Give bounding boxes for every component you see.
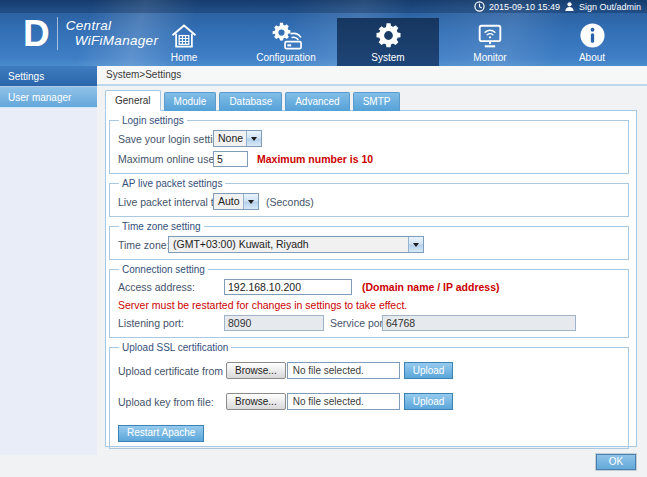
listening-port-label: Listening port: — [118, 317, 224, 329]
configuration-icon — [270, 20, 302, 51]
signout-link[interactable]: Sign Out/admin — [579, 2, 641, 12]
tab-label: General — [115, 95, 151, 106]
system-gear-icon — [375, 20, 402, 51]
access-address-label: Access address: — [118, 281, 224, 293]
home-icon — [170, 20, 198, 51]
app-header: 2015-09-10 15:49 Sign Out/admin D Centra… — [0, 0, 647, 66]
restart-warning-text: Server must be restarted for changes in … — [118, 299, 620, 311]
main-nav: Home Configuration System — [133, 18, 643, 66]
ap-live-packet-legend: AP live packet settings — [119, 178, 225, 189]
connection-setting-fieldset: Connection setting Access address: (Doma… — [109, 264, 629, 338]
topbar: 2015-09-10 15:49 Sign Out/admin — [0, 0, 647, 13]
interval-unit: (Seconds) — [266, 196, 314, 208]
certificate-browse-button[interactable]: Browse... — [226, 362, 286, 379]
sidebar: Settings User manager — [0, 66, 97, 455]
interval-label: Live packet interval time: — [118, 196, 213, 208]
dropdown-arrow-icon[interactable] — [246, 131, 261, 146]
nav-item-monitor[interactable]: Monitor — [439, 18, 541, 66]
service-port-input[interactable] — [382, 315, 576, 331]
max-users-note: Maximum number is 10 — [257, 153, 373, 165]
save-login-selected-value: None — [214, 131, 246, 146]
sidebar-item-label: User manager — [8, 92, 71, 103]
logo-divider — [57, 17, 58, 50]
nav-label: Home — [171, 52, 198, 63]
ssl-upload-fieldset: Upload SSL certification Upload certific… — [109, 342, 629, 449]
nav-label: About — [579, 52, 605, 63]
dropdown-arrow-icon[interactable] — [243, 194, 258, 209]
ssl-upload-legend: Upload SSL certification — [119, 342, 231, 353]
dropdown-arrow-icon[interactable] — [408, 237, 423, 252]
max-users-label: Maximum online users: — [118, 153, 213, 165]
monitor-icon — [475, 20, 505, 51]
tab-label: SMTP — [363, 96, 391, 107]
nav-label: Configuration — [256, 52, 315, 63]
tab-module[interactable]: Module — [164, 92, 217, 111]
restart-apache-button[interactable]: Restart Apache — [118, 425, 204, 442]
sidebar-item-user-manager[interactable]: User manager — [0, 87, 97, 108]
nav-item-configuration[interactable]: Configuration — [235, 18, 337, 66]
login-settings-fieldset: Login settings Save your login settings:… — [109, 115, 629, 174]
interval-select[interactable]: Auto — [213, 193, 259, 210]
upload-certificate-label: Upload certificate from file: — [118, 365, 226, 377]
access-address-note: (Domain name / IP address) — [362, 281, 500, 293]
time-zone-fieldset: Time zone setting Time zone: (GMT+03:00)… — [109, 221, 629, 260]
footer-strip — [0, 455, 97, 477]
user-icon — [564, 1, 575, 12]
settings-tabs: General Module Database Advanced SMTP — [105, 90, 403, 111]
listening-port-input[interactable] — [224, 315, 324, 331]
about-info-icon — [579, 20, 606, 51]
sidebar-item-settings[interactable]: Settings — [0, 66, 97, 87]
connection-setting-legend: Connection setting — [119, 264, 208, 275]
content-area: General Module Database Advanced SMTP Lo… — [97, 86, 647, 477]
tab-database[interactable]: Database — [219, 92, 282, 111]
d-link-logo-letter: D — [23, 15, 48, 52]
time-zone-legend: Time zone setting — [119, 221, 204, 232]
service-port-label: Service port: — [330, 317, 382, 329]
timestamp: 2015-09-10 15:49 — [489, 2, 560, 12]
breadcrumb: System>Settings — [97, 66, 647, 86]
nav-item-system[interactable]: System — [337, 18, 439, 66]
general-tab-panel: Login settings Save your login settings:… — [105, 110, 637, 447]
tab-label: Database — [229, 96, 272, 107]
login-settings-legend: Login settings — [119, 115, 187, 126]
max-users-input[interactable] — [213, 151, 248, 167]
tab-label: Advanced — [295, 96, 339, 107]
interval-selected-value: Auto — [214, 194, 243, 209]
nav-label: System — [371, 52, 404, 63]
key-filename-field: No file selected. — [287, 393, 400, 410]
key-upload-button[interactable]: Upload — [404, 393, 454, 410]
certificate-upload-button[interactable]: Upload — [404, 362, 454, 379]
time-zone-select[interactable]: (GMT+03:00) Kuwait, Riyadh — [168, 236, 424, 253]
clock-icon — [474, 1, 485, 12]
nav-label: Monitor — [473, 52, 506, 63]
time-zone-label: Time zone: — [118, 239, 168, 251]
tab-smtp[interactable]: SMTP — [353, 92, 401, 111]
tab-general[interactable]: General — [105, 90, 161, 111]
tab-advanced[interactable]: Advanced — [285, 92, 349, 111]
certificate-filename-field: No file selected. — [287, 362, 400, 379]
key-browse-button[interactable]: Browse... — [226, 393, 286, 410]
sidebar-item-label: Settings — [8, 71, 44, 82]
nav-item-about[interactable]: About — [541, 18, 643, 66]
tab-label: Module — [174, 96, 207, 107]
ok-button[interactable]: OK — [596, 454, 636, 470]
save-login-label: Save your login settings: — [118, 133, 213, 145]
time-zone-selected-value: (GMT+03:00) Kuwait, Riyadh — [169, 237, 408, 252]
nav-item-home[interactable]: Home — [133, 18, 235, 66]
ap-live-packet-fieldset: AP live packet settings Live packet inte… — [109, 178, 629, 217]
save-login-select[interactable]: None — [213, 130, 262, 147]
upload-key-label: Upload key from file: — [118, 396, 226, 408]
access-address-input[interactable] — [224, 279, 352, 295]
